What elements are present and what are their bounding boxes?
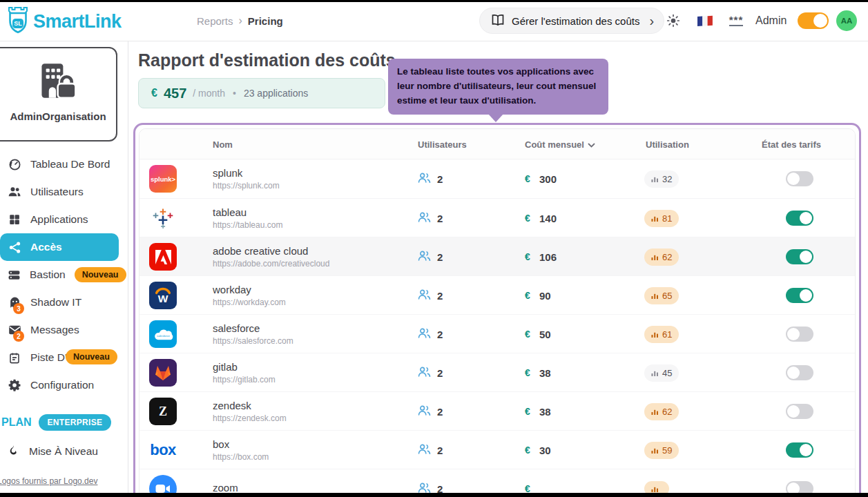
app-name: adobe creative cloud — [213, 245, 308, 257]
tableau-logo — [149, 204, 177, 232]
pricing-toggle[interactable] — [786, 249, 813, 264]
usage-value: 59 — [662, 445, 672, 456]
svg-text:SL: SL — [14, 20, 22, 27]
breadcrumb-reports[interactable]: Reports — [197, 15, 233, 27]
toggle-knob — [813, 14, 827, 28]
users-icon — [418, 405, 431, 418]
server-icon — [8, 269, 21, 282]
column-header-etat-des-tarifs[interactable]: État des tarifs — [762, 129, 821, 159]
sidebar-item-configuration[interactable]: Configuration — [0, 371, 119, 399]
toggle-knob — [787, 173, 800, 185]
pricing-toggle[interactable] — [786, 211, 813, 226]
users-icon — [418, 444, 431, 457]
window-bottom-edge — [0, 493, 868, 497]
pricing-toggle[interactable] — [786, 327, 813, 342]
apps-grid-icon — [8, 213, 21, 226]
cost-value: 30 — [539, 445, 551, 456]
total-cost: 457 — [164, 86, 186, 101]
zendesk-logo: Z — [149, 398, 177, 425]
cost-value: 38 — [539, 367, 551, 379]
open-book-icon — [491, 13, 505, 29]
applications-count: 23 applications — [244, 88, 308, 99]
sort-chevron-down-icon — [588, 139, 595, 150]
workday-logo: W — [149, 282, 177, 309]
plan-label: PLAN — [1, 416, 32, 429]
bar-chart-icon — [651, 330, 659, 338]
sidebar-item-utilisateurs[interactable]: Utilisateurs — [0, 178, 119, 206]
user-avatar[interactable]: AA — [836, 10, 857, 31]
users-count: 2 — [437, 213, 443, 224]
svg-text:W: W — [158, 293, 168, 304]
pricing-toggle[interactable] — [786, 171, 813, 186]
usage-value: 45 — [662, 368, 672, 378]
sidebar-item-messages[interactable]: Messages 2 — [0, 316, 119, 344]
users-icon — [8, 186, 21, 198]
app-name: salesforce — [213, 322, 260, 334]
theme-sun-icon[interactable] — [663, 0, 684, 41]
users-count: 2 — [437, 445, 443, 456]
column-header-utilisateurs[interactable]: Utilisateurs — [418, 129, 467, 159]
euro-icon: € — [525, 290, 539, 301]
currency-symbol: € — [151, 87, 157, 99]
brand-name: SmartLink — [33, 11, 122, 32]
masked-password-icon[interactable]: *** — [725, 0, 747, 41]
sidebar-item-applications[interactable]: Applications — [0, 206, 119, 233]
users-count: 2 — [437, 329, 443, 340]
euro-icon: € — [525, 329, 539, 340]
column-header-cout-mensuel[interactable]: Coût mensuel — [525, 129, 595, 159]
column-header-nom[interactable]: Nom — [213, 129, 233, 159]
sidebar-item-dashboard[interactable]: Tableau De Bord — [0, 150, 119, 178]
table-row: gitlab https://gitlab.com 2 € 38 — [139, 353, 855, 391]
usage-value: 62 — [662, 252, 672, 262]
brand-logo[interactable]: SL SmartLink — [6, 6, 122, 37]
table-row: W workday https://workday.com 2 € 90 — [139, 275, 855, 314]
pricing-toggle[interactable] — [786, 365, 813, 380]
app-url: https://adobe.com/creativecloud — [213, 259, 329, 269]
app-url: https://box.com — [213, 452, 269, 462]
app-name: zoom — [213, 482, 238, 494]
language-flag-fr-icon[interactable] — [695, 0, 715, 41]
sidebar-item-upgrade[interactable]: Mise À Niveau — [8, 444, 98, 459]
app-name: gitlab — [213, 361, 238, 373]
app-name: zendesk — [213, 400, 251, 411]
logo-dev-attribution-link[interactable]: Logos fournis par Logo.dev — [0, 476, 97, 486]
box-logo: box — [149, 436, 177, 464]
app-name: tableau — [213, 206, 247, 218]
app-url: https://salesforce.com — [213, 336, 293, 346]
shield-logo-icon: SL — [6, 6, 30, 37]
sidebar-item-shadow-it[interactable]: Shadow IT 3 — [0, 289, 119, 316]
share-icon — [8, 241, 21, 254]
sidebar-item-acces[interactable]: Accès — [0, 233, 119, 261]
sidebar-item-bastion[interactable]: Bastion Nouveau — [0, 261, 119, 289]
pricing-toggle[interactable] — [786, 404, 813, 419]
usage-badge: 62 — [644, 403, 679, 420]
breadcrumb: Reports › Pricing — [197, 0, 283, 41]
cost-value: 300 — [539, 173, 557, 185]
bar-chart-icon — [651, 407, 659, 416]
usage-badge: 65 — [644, 287, 679, 304]
breadcrumb-separator: › — [239, 14, 242, 27]
pricing-toggle[interactable] — [786, 288, 813, 303]
organization-card[interactable]: AdminOrganisation — [0, 47, 117, 142]
euro-icon: € — [525, 445, 539, 456]
table-header-row: Nom Utilisateurs Coût mensuel Utilisatio… — [139, 129, 855, 159]
audit-icon — [8, 351, 21, 364]
usage-badge: 62 — [644, 248, 679, 266]
notification-count-badge: 2 — [13, 331, 24, 342]
bar-chart-icon — [651, 446, 659, 454]
usage-badge: 59 — [644, 442, 679, 459]
bar-chart-icon — [651, 253, 659, 261]
bar-chart-icon — [651, 369, 659, 377]
sidebar-item-piste-audit[interactable]: Piste D'audit Nouveau — [0, 344, 119, 371]
bullet-separator: • — [233, 88, 236, 99]
admin-role-label: Admin — [755, 0, 787, 41]
notification-count-badge: 3 — [13, 303, 24, 314]
applications-table: Nom Utilisateurs Coût mensuel Utilisatio… — [139, 128, 856, 497]
column-header-utilisation[interactable]: Utilisation — [646, 129, 689, 159]
usage-badge: 45 — [644, 364, 679, 382]
manage-cost-estimation-button[interactable]: Gérer l'estimation des coûts › — [479, 8, 664, 34]
pricing-toggle[interactable] — [786, 442, 813, 458]
breadcrumb-pricing: Pricing — [248, 15, 283, 27]
admin-toggle[interactable] — [798, 12, 829, 29]
table-body: splunk> splunk https://splunk.com 2 € 30… — [139, 159, 855, 497]
